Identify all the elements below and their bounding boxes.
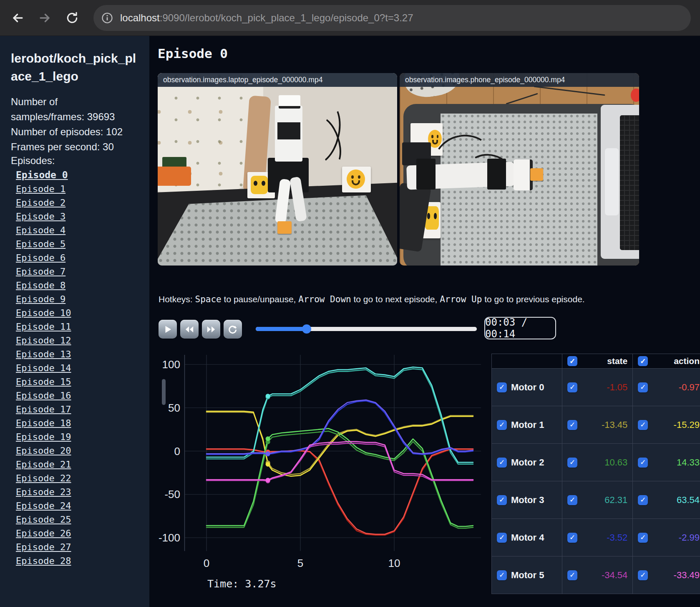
action-value: -33.49 — [648, 570, 700, 581]
svg-text:-50: -50 — [164, 488, 180, 501]
reload-icon[interactable] — [63, 8, 82, 28]
video-phone-camera[interactable]: observation.images.phone_episode_000000.… — [400, 73, 639, 266]
motor-state-checkbox[interactable]: ✓ — [567, 570, 577, 580]
state-column-checkbox[interactable]: ✓ — [567, 356, 577, 366]
motor-state-checkbox[interactable]: ✓ — [567, 458, 577, 468]
episodes-label: Episodes: — [11, 155, 55, 167]
action-value: -2.99 — [648, 532, 700, 543]
motor-state-checkbox[interactable]: ✓ — [567, 495, 577, 505]
table-row: ✓ Motor 1 ✓ -13.45 ✓ -15.29 — [492, 406, 700, 444]
forward-arrow-icon[interactable] — [35, 8, 54, 28]
episode-link[interactable]: Episode 22 — [16, 473, 71, 483]
video-laptop-camera[interactable]: observation.images.laptop_episode_000000… — [158, 73, 397, 266]
key-arrow-up: Arrow Up — [440, 294, 482, 304]
motor-state-checkbox[interactable]: ✓ — [567, 382, 577, 392]
episode-link[interactable]: Episode 23 — [16, 487, 71, 497]
motor-action-checkbox[interactable]: ✓ — [638, 458, 648, 468]
episode-link[interactable]: Episode 13 — [16, 349, 71, 359]
episode-link[interactable]: Episode 18 — [16, 418, 71, 428]
motor-table: ✓ state ✓ action ✓ Motor 0 ✓ -1.05 — [491, 354, 700, 594]
motor-checkbox[interactable]: ✓ — [497, 420, 507, 430]
table-row: ✓ Motor 3 ✓ 62.31 ✓ 63.54 — [492, 481, 700, 519]
info-icon[interactable] — [98, 8, 117, 28]
motor-name: Motor 2 — [511, 457, 557, 468]
state-value: 10.63 — [577, 457, 627, 468]
video-phone-still — [400, 73, 639, 266]
action-column-label: action — [648, 356, 700, 366]
key-space: Space — [195, 294, 222, 304]
video-laptop-still — [158, 73, 397, 266]
motor-checkbox[interactable]: ✓ — [497, 570, 507, 580]
table-row: ✓ Motor 0 ✓ -1.05 ✓ -0.97 — [492, 369, 700, 406]
motor-checkbox[interactable]: ✓ — [497, 458, 507, 468]
url-host: localhost — [120, 12, 160, 23]
motor-action-checkbox[interactable]: ✓ — [638, 382, 648, 392]
motor-action-checkbox[interactable]: ✓ — [638, 420, 648, 430]
motor-table-body: ✓ Motor 0 ✓ -1.05 ✓ -0.97 ✓ Motor 1 — [492, 369, 700, 594]
motor-state-checkbox[interactable]: ✓ — [567, 420, 577, 430]
stat-samples: Number of samples/frames: 39693 — [11, 94, 133, 124]
episode-link[interactable]: Episode 2 — [16, 198, 71, 207]
dataset-stats: Number of samples/frames: 39693 Number o… — [11, 94, 133, 154]
episode-link[interactable]: Episode 10 — [16, 308, 71, 318]
action-value: 14.33 — [648, 457, 700, 468]
browser-toolbar: localhost:9090/lerobot/koch_pick_place_1… — [0, 0, 700, 36]
episode-link[interactable]: Episode 6 — [16, 253, 71, 263]
motor-action-checkbox[interactable]: ✓ — [638, 533, 648, 543]
url-path: :9090/lerobot/koch_pick_place_1_lego/epi… — [160, 12, 413, 23]
table-row: ✓ Motor 4 ✓ -3.52 ✓ -2.99 — [492, 519, 700, 556]
episode-link[interactable]: Episode 7 — [16, 267, 71, 276]
action-column-checkbox[interactable]: ✓ — [638, 356, 648, 366]
episode-link[interactable]: Episode 15 — [16, 377, 71, 387]
episode-link[interactable]: Episode 19 — [16, 432, 71, 442]
state-column-label: state — [577, 356, 627, 366]
address-bar[interactable]: localhost:9090/lerobot/koch_pick_place_1… — [93, 5, 691, 31]
state-value: -3.52 — [577, 532, 627, 543]
episode-link[interactable]: Episode 27 — [16, 542, 71, 552]
episode-link[interactable]: Episode 16 — [16, 391, 71, 400]
motor-checkbox[interactable]: ✓ — [497, 495, 507, 505]
motor-checkbox[interactable]: ✓ — [497, 382, 507, 392]
table-header-row: ✓ state ✓ action — [492, 354, 700, 369]
episode-link[interactable]: Episode 14 — [16, 363, 71, 373]
svg-text:10: 10 — [388, 557, 400, 569]
state-value: 62.31 — [577, 495, 627, 506]
episode-link[interactable]: Episode 5 — [16, 239, 71, 249]
svg-text:100: 100 — [162, 358, 180, 371]
page-title: Episode 0 — [158, 46, 228, 61]
episode-link[interactable]: Episode 12 — [16, 336, 71, 345]
episode-link[interactable]: Episode 1 — [16, 184, 71, 194]
stat-fps: Frames per second: 30 — [11, 139, 133, 154]
episode-link[interactable]: Episode 17 — [16, 405, 71, 414]
motor-action-checkbox[interactable]: ✓ — [638, 570, 648, 580]
motor-name: Motor 3 — [511, 495, 557, 506]
episode-link[interactable]: Episode 9 — [16, 294, 71, 304]
chart-time-annotation: Time: 3.27s — [207, 578, 277, 590]
episode-link[interactable]: Episode 24 — [16, 501, 71, 511]
episode-link[interactable]: Episode 11 — [16, 322, 71, 331]
episode-link-active[interactable]: Episode 0 — [16, 170, 71, 180]
svg-text:5: 5 — [297, 557, 303, 569]
episode-link[interactable]: Episode 8 — [16, 281, 71, 290]
episode-link[interactable]: Episode 25 — [16, 515, 71, 524]
dataset-title: lerobot/koch_pick_place_1_lego — [11, 49, 137, 85]
back-arrow-icon[interactable] — [8, 8, 28, 28]
video-title-phone: observation.images.phone_episode_000000.… — [400, 73, 639, 87]
state-value: -1.05 — [577, 382, 627, 393]
episode-link[interactable]: Episode 21 — [16, 460, 71, 469]
episode-link[interactable]: Episode 4 — [16, 225, 71, 235]
episode-link[interactable]: Episode 26 — [16, 529, 71, 538]
svg-text:0: 0 — [204, 557, 209, 569]
svg-text:50: 50 — [168, 402, 180, 414]
key-arrow-down: Arrow Down — [298, 294, 351, 304]
motor-action-checkbox[interactable]: ✓ — [638, 495, 648, 505]
episode-link[interactable]: Episode 28 — [16, 556, 71, 566]
motor-state-checkbox[interactable]: ✓ — [567, 533, 577, 543]
episode-link[interactable]: Episode 3 — [16, 212, 71, 221]
motor-name: Motor 4 — [511, 532, 557, 543]
episode-link[interactable]: Episode 20 — [16, 446, 71, 455]
motor-line-chart[interactable]: -100-500501000510 — [158, 330, 491, 580]
scrollbar-thumb[interactable] — [162, 379, 166, 405]
table-row: ✓ Motor 5 ✓ -34.54 ✓ -33.49 — [492, 556, 700, 594]
motor-checkbox[interactable]: ✓ — [497, 533, 507, 543]
